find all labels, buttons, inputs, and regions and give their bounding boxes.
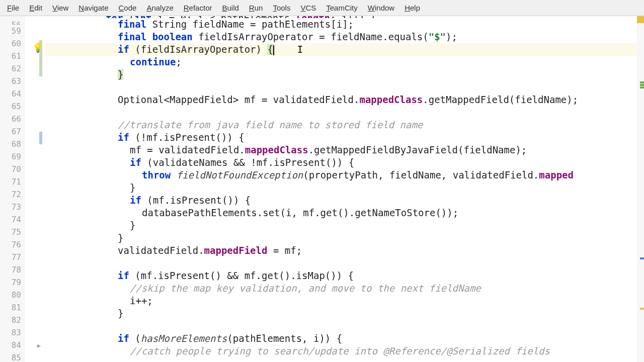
menu-navigate[interactable]: Navigate bbox=[73, 2, 113, 14]
menu-help[interactable]: Help bbox=[399, 2, 425, 14]
fold-arrow-icon[interactable]: ▸ bbox=[37, 341, 41, 349]
line-number: 66 bbox=[0, 113, 21, 125]
code-line[interactable]: } bbox=[45, 307, 637, 320]
line-number: 70 bbox=[0, 163, 21, 175]
menu-analyze[interactable]: Analyze bbox=[141, 2, 178, 14]
line-number: 83 bbox=[0, 326, 21, 339]
menu-tools[interactable]: Tools bbox=[268, 2, 295, 14]
line-number: 79 bbox=[0, 276, 21, 289]
code-line[interactable]: if (!mf.isPresent()) { bbox=[45, 131, 637, 144]
change-marker bbox=[39, 132, 42, 144]
code-line[interactable]: if (mf.isPresent()) { bbox=[45, 194, 637, 207]
code-line[interactable]: if (mf.isPresent() && mf.get().isMap()) … bbox=[45, 269, 637, 282]
intention-bulb-icon[interactable]: 💡 bbox=[32, 42, 42, 52]
line-number: 62 bbox=[0, 62, 21, 75]
code-line[interactable]: } bbox=[45, 68, 637, 81]
line-number: 65 bbox=[0, 100, 21, 113]
code-line[interactable]: //catch people trying to search/update i… bbox=[45, 345, 637, 357]
code-line[interactable]: //skip the map key validation, and move … bbox=[45, 282, 637, 295]
menu-file[interactable]: File bbox=[2, 2, 24, 14]
code-line[interactable] bbox=[45, 106, 637, 119]
code-line[interactable]: //translate from java field name to stor… bbox=[45, 119, 637, 131]
line-number: 75 bbox=[0, 226, 21, 238]
line-number: 81 bbox=[0, 301, 21, 314]
menu-teamcity[interactable]: TeamCity bbox=[321, 2, 363, 14]
code-line[interactable]: throw fieldNotFoundException(propertyPat… bbox=[45, 169, 637, 182]
code-line[interactable]: if (hasMoreElements(pathElements, i)) { bbox=[45, 332, 637, 345]
analysis-status-icon[interactable] bbox=[637, 16, 644, 23]
line-number: 74 bbox=[0, 213, 21, 226]
line-number: 63 bbox=[0, 75, 21, 87]
line-number: 60 bbox=[0, 37, 21, 50]
code-line[interactable]: databasePathElements.set(i, mf.get().get… bbox=[45, 207, 637, 219]
code-line[interactable]: mf = validatedField.mappedClass.getMappe… bbox=[45, 144, 637, 156]
line-number: 61 bbox=[0, 50, 21, 62]
line-number: 59 bbox=[0, 25, 21, 37]
stripe-marker[interactable] bbox=[640, 84, 644, 86]
code-area[interactable]: for (int i = 0; i < pathElements.length;… bbox=[45, 16, 637, 362]
line-number: 76 bbox=[0, 238, 21, 251]
line-number: 73 bbox=[0, 201, 21, 213]
menu-vcs[interactable]: VCS bbox=[295, 2, 321, 14]
error-stripe[interactable] bbox=[637, 16, 644, 362]
line-number: 56 bbox=[0, 19, 21, 25]
stripe-marker[interactable] bbox=[640, 81, 644, 83]
line-number: 85 bbox=[0, 351, 21, 362]
line-number: 67 bbox=[0, 125, 21, 138]
code-line[interactable]: Optional<MappedField> mf = validatedFiel… bbox=[45, 94, 637, 106]
code-line[interactable] bbox=[45, 257, 637, 269]
menu-run[interactable]: Run bbox=[244, 2, 268, 14]
line-number: 71 bbox=[0, 175, 21, 188]
line-number: 82 bbox=[0, 314, 21, 326]
code-line[interactable]: } bbox=[45, 232, 637, 244]
code-line[interactable] bbox=[45, 320, 637, 332]
menu-window[interactable]: Window bbox=[363, 2, 399, 14]
code-line[interactable]: continue; bbox=[45, 56, 637, 68]
line-number: 69 bbox=[0, 150, 21, 163]
code-line[interactable]: validatedField.mappedField = mf; bbox=[45, 244, 637, 257]
line-number: 78 bbox=[0, 263, 21, 276]
editor: 5659606162636465666768697071727374757677… bbox=[0, 16, 644, 362]
code-line[interactable]: if (fieldIsArrayOperator) { I bbox=[45, 43, 637, 56]
code-line[interactable]: i++; bbox=[45, 295, 637, 307]
menu-code[interactable]: Code bbox=[114, 2, 142, 14]
code-line[interactable]: if (validateNames && !mf.isPresent()) { bbox=[45, 156, 637, 169]
gutter-markers: 💡▸ bbox=[25, 16, 45, 362]
stripe-marker[interactable] bbox=[640, 308, 644, 310]
code-line[interactable]: } bbox=[45, 182, 637, 194]
code-line[interactable] bbox=[45, 81, 637, 94]
stripe-marker[interactable] bbox=[640, 257, 644, 259]
menu-refactor[interactable]: Refactor bbox=[179, 2, 217, 14]
code-line[interactable]: } bbox=[45, 219, 637, 232]
line-number: 84 bbox=[0, 339, 21, 351]
stripe-marker[interactable] bbox=[640, 86, 644, 88]
line-number: 77 bbox=[0, 251, 21, 263]
code-line[interactable]: final boolean fieldIsArrayOperator = fie… bbox=[45, 31, 637, 43]
line-number-gutter: 5659606162636465666768697071727374757677… bbox=[0, 16, 25, 362]
menu-build[interactable]: Build bbox=[217, 2, 244, 14]
menu-view[interactable]: View bbox=[47, 2, 73, 14]
line-number: 64 bbox=[0, 87, 21, 100]
menu-edit[interactable]: Edit bbox=[24, 2, 47, 14]
code-line[interactable]: final String fieldName = pathElements[i]… bbox=[45, 18, 637, 31]
line-number: 72 bbox=[0, 188, 21, 201]
menubar: FileEditViewNavigateCodeAnalyzeRefactorB… bbox=[0, 0, 644, 16]
line-number: 68 bbox=[0, 138, 21, 150]
line-number: 80 bbox=[0, 289, 21, 301]
